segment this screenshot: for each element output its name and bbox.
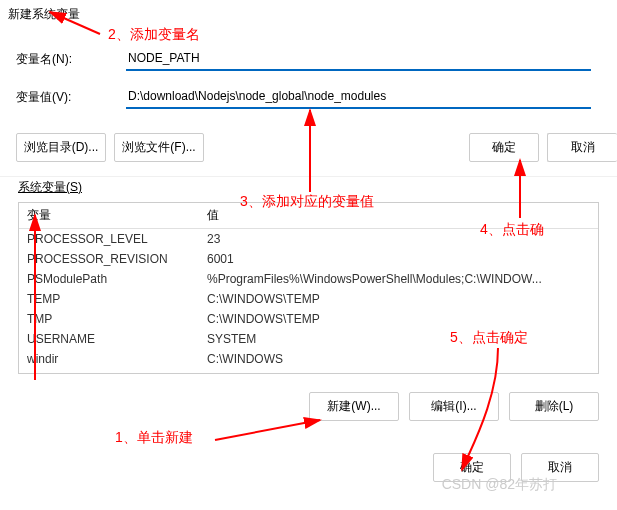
table-row[interactable]: PSModulePath%ProgramFiles%\WindowsPowerS… <box>19 269 598 289</box>
top-button-row: 浏览目录(D)... 浏览文件(F)... 确定 取消 <box>0 127 617 176</box>
ok-button-top[interactable]: 确定 <box>469 133 539 162</box>
variable-value-input[interactable] <box>126 85 591 109</box>
table-row[interactable]: USERNAMESYSTEM <box>19 329 598 349</box>
delete-button[interactable]: 删除(L) <box>509 392 599 421</box>
table-row[interactable]: windirC:\WINDOWS <box>19 349 598 369</box>
bottom-button-row: 确定 取消 <box>0 429 617 490</box>
variable-value-label: 变量值(V): <box>16 89 126 106</box>
cancel-button-top[interactable]: 取消 <box>547 133 617 162</box>
table-row[interactable]: PROCESSOR_LEVEL23 <box>19 229 598 250</box>
form-section: 变量名(N): 变量值(V): <box>0 25 617 127</box>
system-variables-table[interactable]: 变量 值 PROCESSOR_LEVEL23 PROCESSOR_REVISIO… <box>18 202 599 374</box>
edit-button[interactable]: 编辑(I)... <box>409 392 499 421</box>
browse-directory-button[interactable]: 浏览目录(D)... <box>16 133 106 162</box>
dialog-title: 新建系统变量 <box>0 0 617 25</box>
table-row[interactable]: TEMPC:\WINDOWS\TEMP <box>19 289 598 309</box>
table-header-variable[interactable]: 变量 <box>19 203 199 229</box>
table-button-row: 新建(W)... 编辑(I)... 删除(L) <box>0 374 617 429</box>
table-row[interactable]: PROCESSOR_REVISION6001 <box>19 249 598 269</box>
variable-name-input[interactable] <box>126 47 591 71</box>
cancel-button-bottom[interactable]: 取消 <box>521 453 599 482</box>
table-header-value[interactable]: 值 <box>199 203 598 229</box>
table-row[interactable]: TMPC:\WINDOWS\TEMP <box>19 309 598 329</box>
ok-button-bottom[interactable]: 确定 <box>433 453 511 482</box>
browse-file-button[interactable]: 浏览文件(F)... <box>114 133 204 162</box>
variable-name-label: 变量名(N): <box>16 51 126 68</box>
new-button[interactable]: 新建(W)... <box>309 392 399 421</box>
system-variables-label: 系统变量(S) <box>0 177 617 202</box>
